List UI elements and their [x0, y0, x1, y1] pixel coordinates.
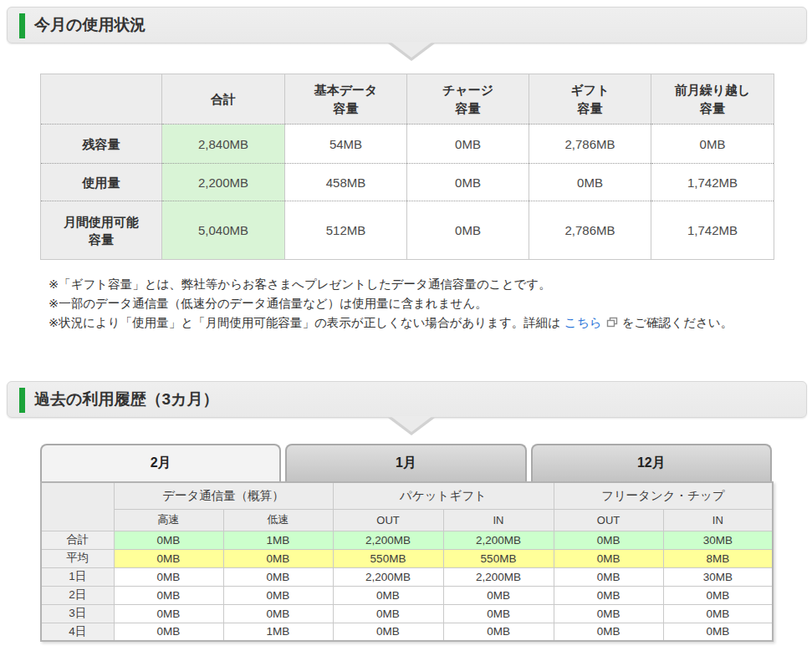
sub-header-gift-in: IN [443, 509, 554, 531]
cell-remaining-total: 2,840MB [162, 125, 285, 164]
cell-remaining-carryover: 0MB [651, 125, 774, 164]
cell: 0MB [114, 623, 223, 641]
cell-remaining-charge: 0MB [407, 125, 529, 164]
cell: 0MB [223, 549, 333, 567]
cell: 30MB [663, 567, 773, 586]
cell: 0MB [443, 586, 554, 604]
row-header-day4: 4日 [41, 623, 114, 641]
cell: 30MB [663, 531, 773, 549]
note-suffix: をご確認ください。 [622, 316, 733, 329]
row-header-used: 使用量 [41, 164, 162, 201]
cell: 2,200MB [333, 531, 443, 549]
details-link[interactable]: こちら [564, 316, 602, 329]
cell: 0MB [554, 586, 663, 604]
cell: 0MB [333, 586, 443, 604]
cell: 550MB [333, 549, 443, 567]
tab-december[interactable]: 12月 [531, 444, 772, 481]
cell-monthly-gift: 2,786MB [529, 201, 651, 260]
history-row-average: 平均 0MB 0MB 550MB 550MB 0MB 8MB [41, 549, 773, 567]
cell: 1MB [223, 623, 333, 641]
cell: 0MB [114, 604, 223, 623]
history-row-total: 合計 0MB 1MB 2,200MB 2,200MB 0MB 30MB [41, 531, 773, 549]
current-usage-table: 合計 基本データ 容量 チャージ 容量 ギフト 容量 前月繰り越し 容量 残容量… [40, 74, 774, 260]
row-header-day1: 1日 [41, 567, 114, 586]
notes-list: ※「ギフト容量」とは、弊社等からお客さまへプレゼントしたデータ通信容量のことです… [49, 275, 812, 333]
cell: 0MB [114, 531, 223, 549]
col-header-charge: チャージ 容量 [407, 74, 529, 125]
section-title-history: 過去の利用履歴（3カ月） [8, 382, 806, 417]
tab-february[interactable]: 2月 [40, 444, 281, 481]
col-header-basic-data: 基本データ 容量 [285, 74, 407, 125]
cell-used-charge: 0MB [407, 164, 529, 201]
section-title-current-usage: 今月の使用状況 [8, 8, 806, 43]
table-row-used: 使用量 2,200MB 458MB 0MB 0MB 1,742MB [41, 164, 774, 201]
section-header-current-usage: 今月の使用状況 [7, 7, 807, 43]
cell: 0MB [333, 623, 443, 641]
external-link-icon[interactable] [606, 314, 618, 333]
corner-cell [41, 74, 162, 125]
usage-table-header-row: 合計 基本データ 容量 チャージ 容量 ギフト 容量 前月繰り越し 容量 [41, 74, 774, 125]
cell: 0MB [554, 567, 663, 586]
cell: 2,200MB [443, 531, 554, 549]
notch-fill [391, 42, 432, 58]
note-display-warning: ※状況により「使用量」と「月間使用可能容量」の表示が正しくない場合があります。詳… [49, 313, 812, 333]
row-header-remaining: 残容量 [41, 125, 162, 164]
history-table: データ通信量（概算） パケットギフト フリータンク・チップ 高速 低速 OUT … [40, 481, 774, 642]
sub-header-low-speed: 低速 [223, 509, 333, 531]
cell: 2,200MB [443, 567, 554, 586]
sub-header-gift-out: OUT [333, 509, 443, 531]
cell: 0MB [554, 531, 663, 549]
col-header-total: 合計 [162, 74, 285, 125]
cell: 0MB [663, 586, 773, 604]
history-row-day2: 2日 0MB 0MB 0MB 0MB 0MB 0MB [41, 586, 773, 604]
page: 今月の使用状況 合計 基本データ 容量 チャージ 容量 ギフト 容量 前月繰り越… [0, 0, 812, 661]
cell-monthly-total: 5,040MB [162, 201, 285, 260]
history-group-header-row: データ通信量（概算） パケットギフト フリータンク・チップ [41, 482, 773, 509]
cell: 0MB [663, 623, 773, 641]
accent-bar [19, 388, 25, 413]
cell: 0MB [223, 604, 333, 623]
cell-monthly-basic: 512MB [285, 201, 407, 260]
cell: 0MB [554, 549, 663, 567]
cell-used-carryover: 1,742MB [651, 164, 774, 201]
cell: 0MB [114, 586, 223, 604]
note-prefix: ※状況により「使用量」と「月間使用可能容量」の表示が正しくない場合があります。詳… [49, 316, 560, 329]
cell: 0MB [663, 604, 773, 623]
sub-header-tank-in: IN [663, 509, 773, 531]
notch-fill [391, 416, 432, 432]
cell: 0MB [554, 623, 663, 641]
history-sub-header-row: 高速 低速 OUT IN OUT IN [41, 509, 773, 531]
cell: 0MB [443, 623, 554, 641]
row-header-day2: 2日 [41, 586, 114, 604]
cell-remaining-gift: 2,786MB [529, 125, 651, 164]
col-header-gift: ギフト 容量 [529, 74, 651, 125]
row-header-total: 合計 [41, 531, 114, 549]
tab-january[interactable]: 1月 [285, 444, 526, 481]
section-header-history: 過去の利用履歴（3カ月） [7, 381, 807, 418]
cell: 0MB [114, 567, 223, 586]
cell: 1MB [223, 531, 333, 549]
row-header-day3: 3日 [41, 604, 114, 623]
history-row-day4: 4日 0MB 1MB 0MB 0MB 0MB 0MB [41, 623, 773, 641]
cell-used-total: 2,200MB [162, 164, 285, 201]
cell-used-basic: 458MB [285, 164, 407, 201]
note-gift-capacity: ※「ギフト容量」とは、弊社等からお客さまへプレゼントしたデータ通信容量のことです… [49, 275, 812, 294]
cell: 0MB [443, 604, 554, 623]
cell: 8MB [663, 549, 773, 567]
cell: 2,200MB [333, 567, 443, 586]
sub-header-tank-out: OUT [554, 509, 663, 531]
cell: 0MB [223, 586, 333, 604]
group-header-packet-gift: パケットギフト [333, 482, 554, 509]
cell: 0MB [333, 604, 443, 623]
table-row-remaining: 残容量 2,840MB 54MB 0MB 2,786MB 0MB [41, 125, 774, 164]
row-header-monthly-available: 月間使用可能 容量 [41, 201, 162, 260]
month-tabs: 2月 1月 12月 [40, 444, 772, 481]
cell: 0MB [223, 567, 333, 586]
cell: 0MB [554, 604, 663, 623]
note-low-speed: ※一部のデータ通信量（低速分のデータ通信量など）は使用量に含まれません。 [49, 294, 812, 313]
cell-monthly-carryover: 1,742MB [651, 201, 774, 260]
history-row-day3: 3日 0MB 0MB 0MB 0MB 0MB 0MB [41, 604, 773, 623]
row-header-average: 平均 [41, 549, 114, 567]
sub-header-high-speed: 高速 [114, 509, 223, 531]
accent-bar [19, 13, 25, 38]
